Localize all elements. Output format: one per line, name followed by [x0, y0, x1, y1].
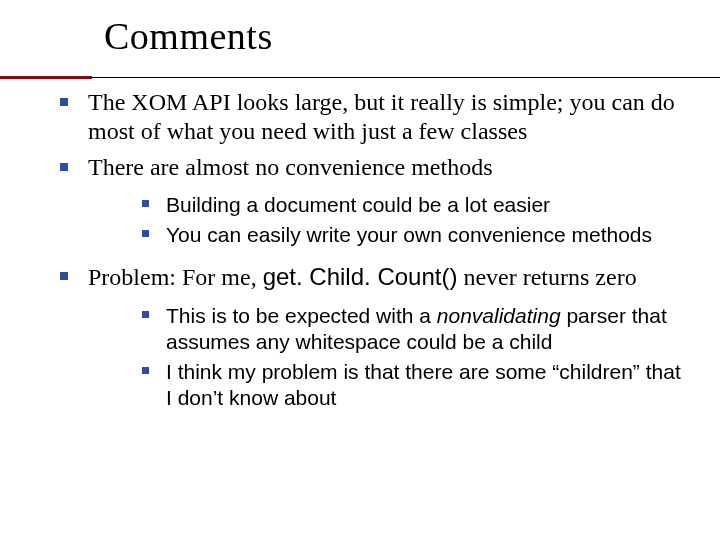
sub-bullet-text: You can easily write your own convenienc… [166, 223, 652, 246]
bullet-text-pre: Problem: For me, [88, 264, 263, 290]
bullet-item: Problem: For me, get. Child. Count() nev… [58, 262, 692, 411]
sub-bullet-text: Building a document could be a lot easie… [166, 193, 550, 216]
code-span: get. Child. Count() [263, 263, 458, 290]
sub-bullet-text: I think my problem is that there are som… [166, 360, 681, 409]
sub-bullet-item: This is to be expected with a nonvalidat… [140, 303, 692, 356]
sub-bullet-item: You can easily write your own convenienc… [140, 222, 692, 248]
sub-bullet-text-pre: This is to be expected with a [166, 304, 437, 327]
emphasis: nonvalidating [437, 304, 561, 327]
bullet-text: There are almost no convenience methods [88, 154, 493, 180]
sub-bullet-item: I think my problem is that there are som… [140, 359, 692, 412]
slide-title: Comments [104, 14, 720, 58]
accent-rule [0, 76, 92, 79]
bullet-item: The XOM API looks large, but it really i… [58, 88, 692, 147]
bullet-item: There are almost no convenience methods … [58, 153, 692, 249]
title-area: Comments [0, 14, 720, 62]
bullet-text: The XOM API looks large, but it really i… [88, 89, 675, 144]
content-area: The XOM API looks large, but it really i… [58, 88, 692, 426]
divider-rule [92, 77, 720, 78]
slide: Comments The XOM API looks large, but it… [0, 0, 720, 540]
bullet-text-post: never returns zero [457, 264, 636, 290]
sub-bullet-list: Building a document could be a lot easie… [88, 192, 692, 249]
sub-bullet-item: Building a document could be a lot easie… [140, 192, 692, 218]
sub-bullet-list: This is to be expected with a nonvalidat… [88, 303, 692, 412]
bullet-list: The XOM API looks large, but it really i… [58, 88, 692, 412]
